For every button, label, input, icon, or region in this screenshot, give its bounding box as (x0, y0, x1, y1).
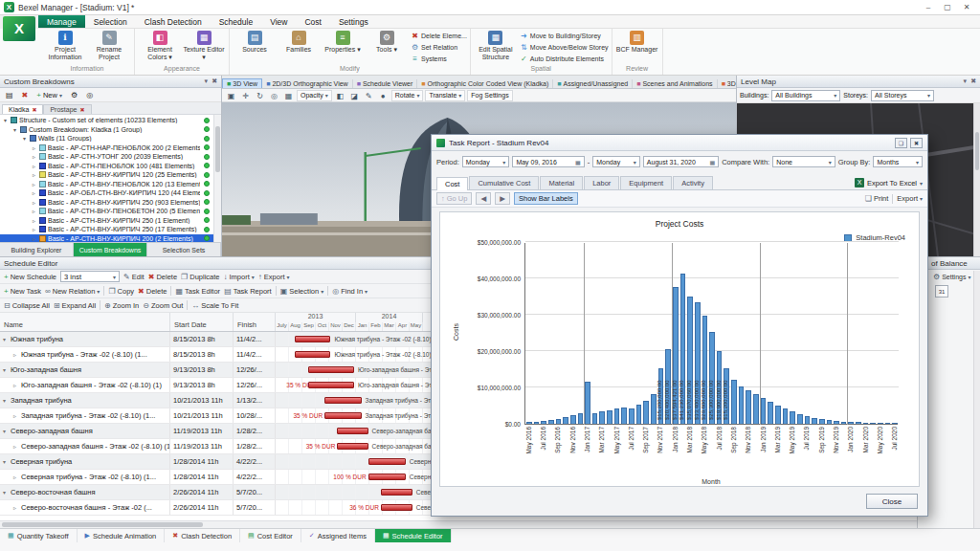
ribbon-button-families[interactable]: ⌂Families (277, 30, 321, 64)
expander-icon[interactable]: ▾ (3, 366, 11, 373)
section-icon[interactable]: ◧ (334, 90, 346, 101)
tree-item[interactable]: ▹Basic - АР-ОБЛ-СТН-ВНУ-КИРПИЧ 120 (44 E… (0, 188, 221, 198)
breakdown-options-icon[interactable]: ⚙ (68, 90, 80, 100)
expander-icon[interactable]: ▹ (31, 226, 37, 232)
task-report-titlebar[interactable]: Task Report - Stadium Rev04 ❏ ✖ (432, 135, 927, 151)
gantt-bar[interactable] (308, 382, 354, 388)
gantt-bar[interactable] (324, 397, 362, 404)
expander-icon[interactable]: ▹ (31, 163, 37, 169)
chart-bar[interactable] (607, 410, 612, 424)
view-tab-schedule-viewer[interactable]: ■Schedule Viewer (353, 79, 418, 88)
ribbon-button-properties[interactable]: ≡Properties ▾ (321, 30, 365, 64)
expander-icon[interactable]: ▾ (3, 428, 11, 434)
ribbon-button-systems[interactable]: ≡Systems (411, 53, 467, 64)
sidebar-tab-selection-sets[interactable]: Selection Sets (147, 243, 221, 256)
tree-item[interactable]: ▹Basic - АР-СТН-УТОНГ 200 (2039 Elements… (0, 152, 221, 162)
toolbar-button-collapse-all[interactable]: ⊟Collapse All (4, 301, 50, 310)
doc-tab-prostape[interactable]: Prostape✖ (43, 104, 91, 114)
chart-bar[interactable] (563, 417, 568, 424)
go-up-button[interactable]: ↑ Go Up (436, 192, 472, 205)
chart-bar[interactable] (570, 415, 576, 424)
chart-bar[interactable] (746, 390, 751, 424)
tree-group-walls[interactable]: ▾Walls (11 Groups) (0, 134, 221, 143)
view-tab-3d-color-coded-view[interactable]: ■3D Color Coded View (718, 79, 736, 88)
bexel-logo-button[interactable]: X (3, 16, 35, 41)
expander-icon[interactable]: ▹ (31, 144, 37, 151)
gantt-bar[interactable] (337, 443, 368, 450)
orbit-icon[interactable]: ↻ (254, 90, 266, 101)
chart-bar[interactable] (827, 420, 833, 424)
visibility-dot-icon[interactable] (204, 181, 210, 187)
toolbar-button-zoom-out[interactable]: ⊖Zoom Out (143, 301, 183, 310)
ribbon-button-move-above-below-storey[interactable]: ⇅Move Above/Below Storey (520, 41, 609, 53)
expander-icon[interactable]: ▾ (11, 126, 18, 133)
ribbon-button-tools[interactable]: ⚙Tools ▾ (365, 30, 409, 64)
status-tab-schedule-animation[interactable]: ▶Schedule Animation (78, 529, 166, 542)
calendar-icon[interactable]: 31 (935, 285, 948, 298)
doc-tab-kladka[interactable]: Kladka✖ (2, 104, 43, 114)
tree-item[interactable]: ▹Basic - АР-СТН-ВНУ-КИРПИЧ 200 (2 Elemen… (0, 234, 221, 243)
status-tab-clash-detection[interactable]: ✖Clash Detection (165, 529, 240, 542)
close-window-button[interactable]: ✖ (910, 138, 923, 148)
chart-bar[interactable] (592, 413, 598, 424)
expander-icon[interactable]: ▹ (31, 235, 37, 242)
schedule-instance-select[interactable]: 3 inst▾ (60, 271, 120, 282)
report-tab-equipment[interactable]: Equipment (620, 176, 672, 189)
export-to-excel-button[interactable]: X Export To Excel ▾ (855, 178, 923, 187)
chart-bar[interactable] (739, 386, 745, 424)
print-button[interactable]: ❏ Print (865, 194, 889, 203)
expander-icon[interactable]: ▹ (13, 382, 21, 388)
tree-item[interactable]: ▹Basic - АР-СТН-ВНУ-КИРПИЧ 250 (1 Elemen… (0, 216, 221, 226)
chart-bar[interactable] (834, 421, 839, 424)
tree-root[interactable]: ▾Structure - Custom set of elements (102… (0, 116, 221, 125)
breakdown-list-icon[interactable]: ▤ (3, 90, 16, 100)
report-tab-labor[interactable]: Labor (584, 176, 619, 189)
chart-bar[interactable] (534, 422, 540, 424)
report-tab-material[interactable]: Material (540, 176, 583, 189)
toolbar-button-task-report[interactable]: ▤Task Report (224, 287, 272, 296)
toolbar-button-scale-to-fit[interactable]: ↔Scale To Fit (191, 301, 238, 310)
chart-bar[interactable] (761, 398, 767, 424)
view-tab-2d-3d-orthographic-view[interactable]: ■2D/3D Orthographic View (262, 79, 352, 88)
chart-bar[interactable] (775, 406, 781, 424)
tree-item[interactable]: ▹Basic - АР-СТН-ПЕНОБЛОК 100 (481 Elemen… (0, 162, 221, 171)
group-by-select[interactable]: Months▾ (873, 156, 923, 167)
toolbar-button-delete[interactable]: ✖Delete (138, 287, 167, 296)
fog-settings-button[interactable]: Fog Settings (467, 90, 512, 101)
chart-bar[interactable] (621, 408, 627, 424)
chart-bar[interactable] (863, 423, 869, 424)
compare-with-select[interactable]: None▾ (772, 156, 835, 167)
ribbon-tab-view[interactable]: View (261, 15, 296, 28)
rotate-dropdown[interactable]: Rotate▾ (391, 90, 424, 101)
gantt-bar[interactable] (368, 474, 406, 480)
sidebar-tab-custom-breakdowns[interactable]: Custom Breakdowns (74, 243, 147, 256)
ribbon-tab-cost[interactable]: Cost (296, 15, 329, 28)
expander-icon[interactable]: ▹ (13, 412, 21, 419)
buildings-select[interactable]: All Buildings▾ (771, 90, 840, 101)
report-tab-cumulative-cost[interactable]: Cumulative Cost (469, 176, 539, 189)
expander-icon[interactable]: ▾ (3, 336, 11, 342)
close-panel-icon[interactable]: ✖ (970, 77, 976, 85)
chart-bar[interactable] (892, 423, 898, 424)
chart-bar[interactable] (878, 423, 883, 424)
chart-bar[interactable] (768, 402, 773, 424)
toolbar-button-import[interactable]: ↓Import▾ (224, 273, 255, 281)
visibility-dot-icon[interactable] (204, 126, 210, 132)
toolbar-button-find-in[interactable]: ◎Find In▾ (332, 287, 368, 296)
grid-icon[interactable]: ▦ (282, 90, 295, 101)
markup-icon[interactable]: ✎ (363, 90, 375, 101)
period-date-from-picker[interactable]: May 09, 2016▦ (512, 156, 584, 167)
remove-breakdown-icon[interactable]: ✖ (19, 90, 32, 100)
map-scrollbar[interactable] (973, 103, 980, 256)
chart-bar[interactable] (541, 421, 546, 424)
period-day-to-select[interactable]: Monday▾ (592, 156, 640, 167)
visibility-dot-icon[interactable] (204, 163, 210, 168)
expander-icon[interactable]: ▹ (31, 189, 37, 196)
new-breakdown-button[interactable]: +New▾ (33, 90, 65, 100)
report-tab-cost[interactable]: Cost (436, 177, 468, 190)
show-bar-labels-toggle[interactable]: Show Bar Labels (514, 192, 578, 205)
ribbon-tab-clash-detection[interactable]: Clash Detection (136, 15, 211, 28)
visibility-dot-icon[interactable] (204, 144, 210, 150)
gantt-bar[interactable] (368, 458, 406, 465)
expander-icon[interactable]: ▹ (13, 504, 21, 511)
